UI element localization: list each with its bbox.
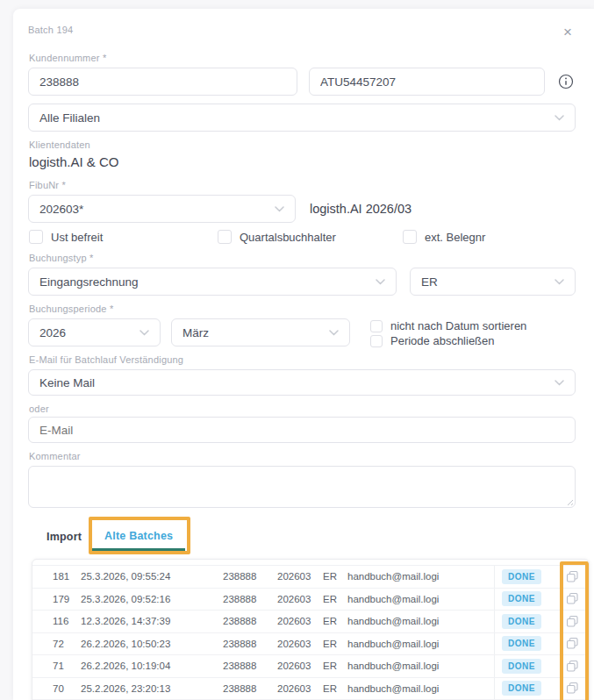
batch-datetime-cell: 25.3.2026, 09:55:24 [81,571,223,582]
quartalsbuchhalter-checkbox[interactable]: Quartalsbuchhalter [218,230,403,244]
batch-status-cell: DONE [494,566,555,588]
periode-jahr-select[interactable]: 2026 [28,318,161,346]
copy-batch-button[interactable] [555,682,589,695]
batch-kundennummer-cell: 238888 [223,616,277,626]
batch-fibunr-cell: 202603 [277,594,323,604]
close-icon[interactable]: × [560,25,576,40]
periode-monat-value: März [182,326,209,339]
batch-id-cell: 71 [53,661,81,671]
batch-kundennummer-cell: 238888 [223,594,277,604]
batch-id-cell: 179 [53,594,81,604]
batch-kundennummer-cell: 238888 [223,571,277,582]
chevron-down-icon [140,330,149,336]
table-row[interactable]: 179 25.3.2026, 09:52:16 238888 202603 ER… [32,588,589,611]
batch-id-cell: 181 [53,571,81,582]
ust-befreit-checkbox[interactable]: Ust befreit [29,230,218,244]
batch-email-cell: handbuch@mail.logi [347,571,494,582]
kundennummer-input[interactable] [28,68,297,96]
batch-kundennummer-cell: 238888 [223,639,277,649]
klientendaten-value: logisth.AI & CO [29,154,576,169]
alte-batches-table: 181 25.3.2026, 09:55:24 238888 202603 ER… [32,559,590,700]
batch-fibunr-cell: 202603 [277,683,323,694]
copy-icon [566,682,579,695]
copy-icon [566,637,579,650]
email-select-value: Keine Mail [39,376,95,389]
ust-befreit-label: Ust befreit [51,231,103,244]
batch-status-cell: DONE [494,655,555,677]
tab-alte-batches[interactable]: Alte Batches [92,523,185,551]
checkbox-unchecked-icon [403,230,417,244]
batch-email-cell: handbuch@mail.logi [347,616,494,626]
checkbox-unchecked-icon [218,230,232,244]
quartalsbuchhalter-label: Quartalsbuchhalter [240,231,336,244]
batch-status-cell: DONE [494,611,555,632]
batch-status-cell: DONE [494,589,555,611]
buchungstyp-select[interactable]: Eingangsrechnung [28,268,397,296]
chevron-down-icon [376,279,385,285]
copy-icon [566,592,579,605]
buchungstyp-label: Buchungstyp * [29,253,576,263]
kommentar-label: Kommentar [29,451,576,461]
ext-belegnr-checkbox[interactable]: ext. Belegnr [403,230,576,244]
batch-fibunr-cell: 202603 [277,639,323,649]
batch-typ-cell: ER [323,639,347,649]
uid-input[interactable] [309,68,545,96]
checkbox-unchecked-icon [29,230,43,244]
buchungstyp-code-value: ER [421,275,438,289]
chevron-down-icon [555,279,564,285]
batch-typ-cell: ER [323,594,347,604]
copy-batch-button[interactable] [555,637,589,650]
batch-typ-cell: ER [323,616,347,626]
chevron-down-icon [555,380,564,386]
status-badge: DONE [502,569,541,584]
filiale-select[interactable]: Alle Filialen [28,104,576,132]
kundennummer-label: Kundennummer * [29,53,576,63]
info-icon[interactable] [556,74,576,89]
batch-datetime-cell: 25.2.2026, 23:20:13 [81,683,223,694]
table-row[interactable]: 70 25.2.2026, 23:20:13 238888 202603 ER … [32,677,589,700]
klientendaten-label: Klientendaten [29,139,576,150]
table-row[interactable]: 72 26.2.2026, 10:50:23 238888 202603 ER … [32,632,589,655]
batch-typ-cell: ER [323,683,347,694]
table-row[interactable]: 181 25.3.2026, 09:55:24 238888 202603 ER… [32,565,589,588]
batch-email-cell: handbuch@mail.logi [347,594,494,604]
status-badge: DONE [502,659,541,674]
email-select[interactable]: Keine Mail [28,369,576,396]
copy-icon [566,615,579,628]
batch-title: Batch 194 [28,25,73,35]
batch-table-body: 181 25.3.2026, 09:55:24 238888 202603 ER… [32,565,589,700]
checkbox-unchecked-icon [370,320,383,332]
fibunr-select[interactable]: 202603* [28,195,296,223]
buchungstyp-select-value: Eingangsrechnung [39,275,139,289]
status-badge: DONE [502,681,541,696]
batch-fibunr-cell: 202603 [277,616,323,626]
copy-batch-button[interactable] [555,570,589,583]
batch-edit-modal: Batch 194 × Kundennummer * Alle Filialen… [13,9,594,700]
table-row[interactable]: 116 12.3.2026, 14:37:39 238888 202603 ER… [32,610,589,632]
chevron-down-icon [275,206,284,212]
email-input[interactable] [28,417,576,443]
chevron-down-icon [555,115,564,121]
filiale-select-value: Alle Filialen [39,111,100,125]
copy-batch-button[interactable] [555,660,589,673]
batch-id-cell: 116 [53,616,81,626]
buchungstyp-code-select[interactable]: ER [410,268,576,296]
status-badge: DONE [502,614,541,629]
fibunr-description: logisth.AI 2026/03 [310,202,412,216]
kommentar-textarea[interactable] [28,466,576,508]
fibunr-label: FibuNr * [29,180,576,190]
batch-status-cell: DONE [494,678,555,700]
periode-abschliessen-checkbox[interactable]: Periode abschließen [370,334,526,347]
chevron-down-icon [329,330,339,336]
copy-batch-button[interactable] [555,592,589,605]
copy-icon [566,570,579,583]
tab-import[interactable]: Import [37,524,91,551]
nicht-sortieren-checkbox[interactable]: nicht nach Datum sortieren [370,319,526,332]
batch-email-cell: handbuch@mail.logi [347,639,494,649]
buchungsperiode-label: Buchungsperiode * [29,304,576,314]
table-row[interactable]: 71 26.2.2026, 10:19:04 238888 202603 ER … [32,654,589,677]
periode-monat-select[interactable]: März [171,318,350,346]
batch-fibunr-cell: 202603 [277,571,323,582]
batch-typ-cell: ER [323,571,347,582]
copy-batch-button[interactable] [555,615,589,628]
